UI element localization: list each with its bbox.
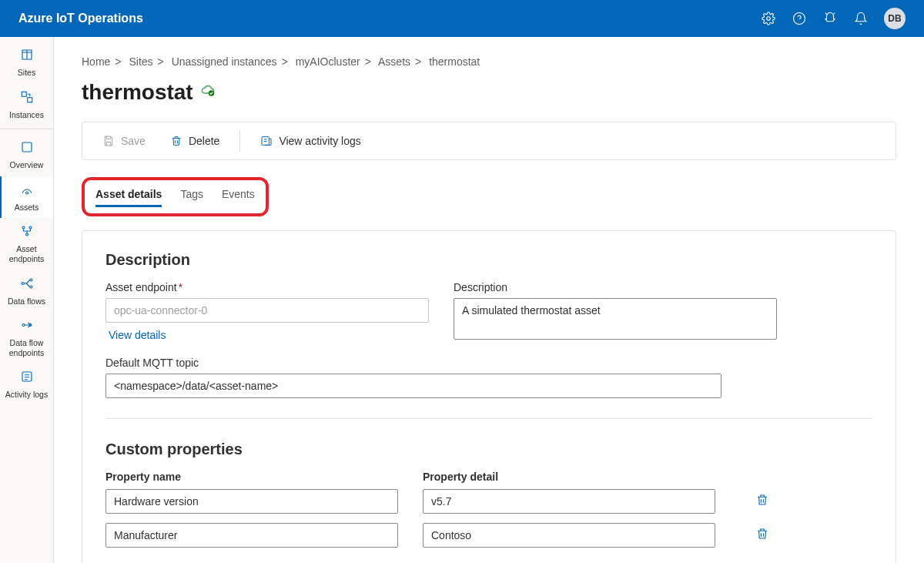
- tab-asset-details[interactable]: Asset details: [95, 188, 162, 207]
- description-textarea[interactable]: A simulated thermostat asset: [454, 298, 777, 340]
- page-title: thermostat: [82, 80, 193, 105]
- view-activity-logs-button[interactable]: View activity logs: [251, 130, 370, 152]
- svg-rect-17: [262, 137, 269, 146]
- svg-rect-4: [27, 97, 32, 102]
- svg-point-0: [767, 17, 771, 21]
- mqtt-topic-input[interactable]: [105, 374, 721, 398]
- svg-point-6: [25, 192, 28, 194]
- gear-icon[interactable]: [761, 11, 776, 26]
- help-icon[interactable]: [792, 11, 807, 26]
- sidebar-item-instances[interactable]: Instances: [0, 84, 53, 130]
- description-heading: Description: [105, 251, 872, 269]
- instances-icon: [20, 90, 34, 107]
- sidebar-item-sites[interactable]: Sites: [0, 42, 53, 84]
- top-header: Azure IoT Operations DB: [0, 0, 924, 37]
- app-title: Azure IoT Operations: [18, 12, 143, 25]
- bell-alert-icon[interactable]: [822, 11, 838, 26]
- sidebar-item-label: Sites: [18, 68, 35, 78]
- svg-point-12: [29, 286, 32, 288]
- svg-point-8: [29, 226, 32, 229]
- bell-icon[interactable]: [853, 11, 869, 26]
- endpoints-icon: [20, 224, 34, 241]
- property-detail-input[interactable]: [423, 523, 715, 548]
- asset-endpoint-input: [105, 298, 429, 323]
- property-name-input[interactable]: [105, 523, 398, 548]
- breadcrumb-current: thermostat: [429, 55, 480, 68]
- breadcrumb-link[interactable]: Home: [82, 55, 110, 68]
- custom-property-row: [105, 489, 872, 514]
- topbar-actions: DB: [761, 8, 906, 29]
- cloud-check-icon: [201, 84, 215, 101]
- tab-events[interactable]: Events: [222, 188, 255, 207]
- col-property-name: Property name: [105, 471, 398, 483]
- save-button-label: Save: [121, 135, 146, 147]
- sidebar-item-assets[interactable]: Assets: [0, 176, 53, 219]
- sidebar-item-label: Assets: [15, 203, 39, 213]
- sidebar-item-dataflow-endpoints[interactable]: Data flow endpoints: [0, 312, 53, 364]
- svg-point-10: [22, 282, 24, 284]
- col-property-detail: Property detail: [423, 471, 715, 483]
- section-divider: [105, 418, 872, 419]
- view-details-link[interactable]: View details: [105, 329, 166, 341]
- activity-logs-icon: [20, 370, 34, 387]
- mqtt-topic-label: Default MQTT topic: [105, 357, 721, 369]
- breadcrumb-link[interactable]: myAIOcluster: [296, 55, 360, 68]
- sidebar-item-activity-logs[interactable]: Activity logs: [0, 364, 53, 406]
- trash-icon[interactable]: [755, 493, 769, 510]
- sidebar-item-label: Overview: [10, 160, 44, 170]
- avatar[interactable]: DB: [884, 8, 906, 29]
- custom-property-row: [105, 523, 872, 548]
- property-detail-input[interactable]: [423, 489, 715, 514]
- sidebar: Sites Instances Overview Assets Asset en…: [0, 37, 54, 563]
- svg-rect-3: [22, 92, 26, 96]
- custom-properties-heading: Custom properties: [105, 441, 872, 458]
- breadcrumb-link[interactable]: Assets: [378, 55, 410, 68]
- overview-icon: [20, 140, 34, 157]
- sidebar-item-label: Instances: [9, 110, 44, 120]
- svg-rect-5: [22, 142, 32, 152]
- sidebar-item-label: Asset endpoints: [2, 244, 52, 263]
- tabs: Asset details Tags Events: [95, 188, 255, 207]
- delete-button[interactable]: Delete: [161, 130, 229, 152]
- dataflow-endpoints-icon: [20, 318, 34, 335]
- breadcrumb-link[interactable]: Sites: [129, 55, 152, 68]
- asset-endpoint-label: Asset endpoint*: [105, 281, 429, 293]
- tabs-highlight-box: Asset details Tags Events: [82, 177, 269, 216]
- svg-point-7: [22, 226, 25, 229]
- sidebar-item-overview[interactable]: Overview: [0, 134, 53, 176]
- svg-point-9: [25, 233, 28, 236]
- assets-icon: [20, 183, 34, 199]
- dataflows-icon: [20, 276, 34, 293]
- book-icon: [20, 48, 34, 65]
- sidebar-item-asset-endpoints[interactable]: Asset endpoints: [0, 218, 53, 270]
- property-name-input[interactable]: [105, 489, 398, 514]
- svg-point-11: [29, 279, 32, 281]
- sidebar-item-label: Activity logs: [5, 390, 48, 400]
- trash-icon[interactable]: [755, 527, 769, 544]
- tab-tags[interactable]: Tags: [180, 188, 203, 207]
- sidebar-item-data-flows[interactable]: Data flows: [0, 270, 53, 313]
- svg-point-1: [794, 13, 805, 25]
- delete-button-label: Delete: [189, 135, 219, 147]
- sidebar-item-label: Data flow endpoints: [2, 338, 52, 357]
- save-button: Save: [93, 130, 155, 152]
- breadcrumb-link[interactable]: Unassigned instances: [172, 55, 277, 68]
- asset-details-card: Description Asset endpoint* View details…: [82, 230, 896, 563]
- activity-logs-button-label: View activity logs: [279, 135, 360, 147]
- command-divider: [239, 130, 240, 152]
- sidebar-item-label: Data flows: [8, 297, 45, 307]
- breadcrumb: Home> Sites> Unassigned instances> myAIO…: [82, 55, 896, 68]
- command-bar: Save Delete View activity logs: [82, 122, 896, 160]
- main-content: Home> Sites> Unassigned instances> myAIO…: [54, 37, 924, 563]
- description-label: Description: [454, 281, 777, 293]
- custom-properties-header: Property name Property detail: [105, 471, 872, 483]
- svg-point-13: [22, 324, 25, 327]
